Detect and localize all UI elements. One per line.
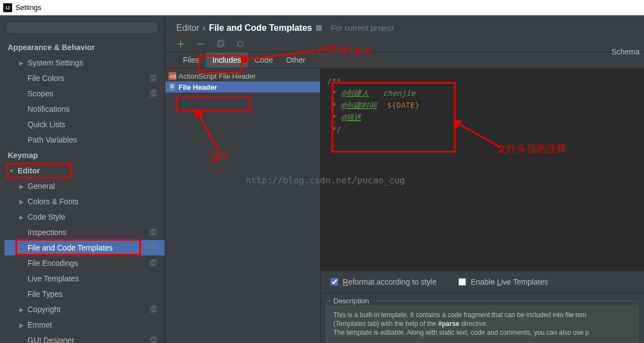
reformat-checkbox[interactable]: Reformat according to style [331, 277, 436, 286]
remove-icon[interactable] [196, 40, 205, 48]
sidebar-item-label: General [28, 182, 55, 190]
sidebar-item-label: GUI Designer [28, 336, 74, 343]
editor-column: /** * @创建人 chenjie * @创建时间 ${DATE} * @描述… [321, 68, 644, 343]
file-icon [169, 83, 176, 91]
sidebar-item-label: Live Templates [28, 274, 79, 283]
tab-files[interactable]: Files [176, 52, 206, 68]
project-scope-icon [149, 74, 157, 82]
crumb-leaf: File and Code Templates [209, 23, 312, 33]
code-editor[interactable]: /** * @创建人 chenjie * @创建时间 ${DATE} * @描述… [321, 68, 644, 270]
description-content: This is a built-in template. It contains… [327, 305, 638, 342]
sidebar-item-notifications[interactable]: Notifications [4, 101, 165, 117]
chevron-right-icon: ▶ [18, 60, 25, 66]
sidebar-item-label: Emmet [28, 320, 52, 329]
sidebar-item-label: Scopes [28, 89, 53, 98]
tab-code[interactable]: Code [248, 52, 279, 68]
project-scope-icon [149, 228, 157, 236]
svg-text:AS: AS [170, 74, 176, 79]
schema-label[interactable]: Schema [611, 47, 640, 56]
reformat-input[interactable] [331, 278, 338, 286]
settings-tree[interactable]: Appearance & Behavior▶System SettingsFil… [0, 40, 165, 343]
sidebar-item-label: Notifications [28, 105, 69, 113]
project-scope-icon [149, 306, 157, 313]
sidebar-item-label: Editor [18, 166, 40, 175]
window-title: Settings [15, 3, 41, 12]
sidebar-item-label: Quick Lists [28, 120, 65, 129]
settings-content: Editor › File and Code Templates For cur… [165, 15, 644, 343]
sidebar-item-file-colors[interactable]: File Colors [4, 70, 165, 86]
sidebar-item-appearance-behavior[interactable]: Appearance & Behavior [4, 40, 165, 55]
app-icon: IJ [3, 3, 12, 12]
crumb-scope: For current project [331, 24, 393, 32]
sidebar-item-label: Colors & Fonts [28, 197, 79, 206]
project-scope-icon [149, 259, 157, 267]
settings-sidebar: Appearance & Behavior▶System SettingsFil… [0, 15, 165, 343]
options-row: Reformat according to style Enable Live … [321, 270, 644, 293]
sidebar-item-general[interactable]: ▶General [4, 178, 165, 194]
panes: ASActionScript File HeaderFile Header /*… [165, 68, 644, 343]
tab-includes[interactable]: Includes [206, 52, 248, 68]
sidebar-item-code-style[interactable]: ▶Code Style [4, 209, 165, 225]
sidebar-item-file-encodings[interactable]: File Encodings [4, 255, 165, 271]
sidebar-item-keymap[interactable]: Keymap [4, 148, 165, 163]
main: Appearance & Behavior▶System SettingsFil… [0, 15, 644, 343]
sidebar-item-quick-lists[interactable]: Quick Lists [4, 117, 165, 132]
copy-icon[interactable] [216, 40, 225, 48]
tab-other[interactable]: Other [279, 52, 312, 68]
description-box: Description This is a built-in template.… [321, 293, 644, 343]
search-input[interactable] [6, 21, 159, 34]
sidebar-item-live-templates[interactable]: Live Templates [4, 271, 165, 286]
title-bar: IJ Settings [0, 0, 644, 15]
sidebar-item-copyright[interactable]: ▶Copyright [4, 302, 165, 317]
toolbar [165, 37, 644, 52]
sidebar-item-file-types[interactable]: File Types [4, 286, 165, 302]
template-item-label: ActionScript File Header [178, 72, 256, 80]
template-item-file-header[interactable]: File Header [165, 81, 320, 92]
sidebar-item-colors-fonts[interactable]: ▶Colors & Fonts [4, 194, 165, 209]
sidebar-item-label: Copyright [28, 305, 61, 314]
chevron-right-icon: ▶ [18, 214, 25, 220]
template-tabs: FilesIncludesCodeOther [165, 52, 644, 68]
add-icon[interactable] [176, 40, 185, 48]
actionscript-file-icon: AS [169, 72, 176, 80]
crumb-sep: › [203, 23, 205, 33]
enable-live-input[interactable] [458, 278, 466, 286]
svg-rect-16 [316, 25, 322, 31]
sidebar-item-system-settings[interactable]: ▶System Settings [4, 55, 165, 70]
refresh-icon[interactable] [236, 40, 245, 48]
template-item-actionscript-file-header[interactable]: ASActionScript File Header [165, 70, 320, 81]
sidebar-item-editor[interactable]: ▼Editor [4, 163, 165, 178]
search-wrap [0, 15, 165, 40]
sidebar-item-label: File Encodings [28, 259, 78, 268]
template-item-label: File Header [178, 83, 217, 91]
sidebar-item-label: File Types [28, 290, 63, 298]
template-list[interactable]: ASActionScript File HeaderFile Header [165, 68, 321, 343]
sidebar-item-label: File Colors [28, 74, 64, 83]
sidebar-item-label: File and Code Templates [28, 243, 113, 252]
crumb-parent[interactable]: Editor [176, 23, 199, 33]
sidebar-item-path-variables[interactable]: Path Variables [4, 132, 165, 148]
scope-icon [315, 24, 323, 32]
description-legend: Description [331, 297, 371, 305]
sidebar-item-inspections[interactable]: Inspections [4, 225, 165, 240]
svg-rect-22 [171, 85, 174, 85]
project-scope-icon [149, 336, 157, 343]
sidebar-item-label: Inspections [28, 228, 67, 237]
chevron-right-icon: ▶ [18, 183, 25, 189]
sidebar-item-scopes[interactable]: Scopes [4, 86, 165, 101]
svg-rect-23 [171, 86, 174, 86]
project-scope-icon [149, 244, 157, 252]
chevron-right-icon: ▶ [18, 307, 25, 313]
sidebar-item-label: Keymap [8, 151, 37, 160]
svg-rect-24 [171, 87, 174, 88]
chevron-right-icon: ▶ [18, 322, 25, 328]
sidebar-item-label: Code Style [28, 213, 65, 221]
chevron-right-icon: ▶ [18, 199, 25, 205]
enable-live-templates-checkbox[interactable]: Enable Live Templates [458, 277, 548, 286]
breadcrumb: Editor › File and Code Templates For cur… [165, 15, 644, 37]
sidebar-item-emmet[interactable]: ▶Emmet [4, 317, 165, 333]
sidebar-item-file-and-code-templates[interactable]: File and Code Templates [4, 240, 165, 255]
chevron-down-icon: ▼ [8, 168, 15, 174]
sidebar-item-gui-designer[interactable]: GUI Designer [4, 333, 165, 343]
sidebar-item-label: Appearance & Behavior [8, 43, 95, 52]
